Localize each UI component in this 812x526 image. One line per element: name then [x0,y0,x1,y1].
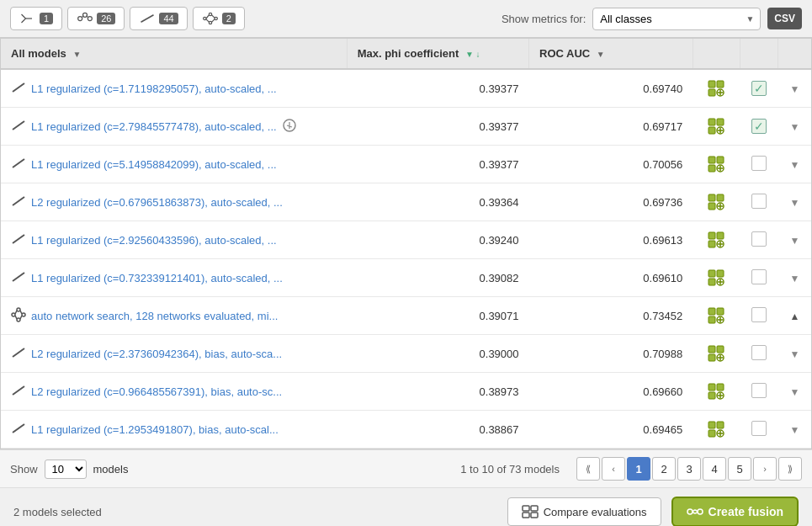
col-expand [778,39,811,69]
page-info: 1 to 10 of 73 models [460,463,560,476]
svg-rect-32 [717,157,724,163]
page-prev[interactable]: ‹ [602,457,625,481]
grid-icon[interactable] [704,380,728,403]
expand-cell: ▼ [778,146,811,183]
model-name-text[interactable]: L1 regularized (c=2.79845577478), auto-s… [31,120,277,133]
expand-icon[interactable]: ▼ [790,159,800,171]
expand-cell: ▼ [778,411,811,449]
checkbox-unchecked[interactable] [751,383,767,398]
linear-count: 44 [159,13,178,24]
linear-model-icon [11,383,26,401]
expand-cell: ▼ [778,69,811,108]
checkbox-cell [740,411,778,449]
page-4[interactable]: 4 [703,457,726,481]
models-count: 1 [40,13,53,24]
grid-icon[interactable] [704,228,728,252]
checkbox-checked[interactable]: ✓ [751,119,767,134]
page-first[interactable]: ⟪ [576,457,600,481]
grid-icon[interactable] [704,342,728,365]
checkbox-unchecked[interactable] [751,345,767,360]
model-name-text[interactable]: L1 regularized (c=1.71198295057), auto-s… [31,82,277,95]
svg-rect-16 [709,81,715,88]
model-name-text[interactable]: L1 regularized (c=2.92560433596), auto-s… [31,234,277,247]
page-last[interactable]: ⟫ [778,457,802,481]
grid-icon[interactable] [704,152,728,176]
create-fusion-button[interactable]: Create fusion [671,497,799,526]
linear-model-icon [11,156,26,173]
grid-icon[interactable] [704,304,728,327]
svg-rect-17 [717,81,724,88]
checkbox-unchecked[interactable] [751,194,767,209]
col-roc[interactable]: ROC AUC ▼ [529,39,693,69]
page-5[interactable]: 5 [728,457,751,481]
model-name-text[interactable]: L1 regularized (c=1.2953491807), bias, a… [31,423,279,436]
linear-model-icon [11,118,26,135]
svg-line-6 [141,15,154,22]
col-phi[interactable]: Max. phi coefficient ▼ ↓ [347,39,528,69]
roc-value: 0.69660 [529,373,693,411]
page-2[interactable]: 2 [652,457,676,481]
compare-button[interactable]: Compare evaluations [507,497,661,526]
model-name-text[interactable]: L2 regularized (c=0.679651863873), auto-… [31,196,283,209]
checkbox-checked[interactable]: ✓ [751,81,767,96]
phi-value: 0.39377 [347,146,528,183]
per-page-select[interactable]: 102050 [45,460,87,479]
network-button[interactable]: 2 [193,7,245,30]
grid-icon[interactable] [704,266,728,290]
expand-icon[interactable]: ▼ [790,197,800,209]
col-check [740,39,778,69]
ensemble-button[interactable]: 26 [67,7,125,30]
page-1[interactable]: 1 [627,457,650,481]
model-name-text[interactable]: auto network search, 128 networks evalua… [31,310,278,322]
svg-rect-88 [717,422,724,428]
grid-icon[interactable] [704,114,728,138]
collapse-icon[interactable]: ▲ [790,311,800,322]
grid-icon[interactable] [704,417,728,441]
expand-icon[interactable]: ▼ [790,121,800,133]
svg-point-9 [215,17,217,19]
table-row: L1 regularized (c=2.92560433596), auto-s… [1,221,811,259]
metrics-select[interactable]: All classes [592,8,761,30]
svg-rect-18 [709,89,715,96]
page-3[interactable]: 3 [677,457,701,481]
fusion-label: Create fusion [709,505,783,518]
linear-model-icon [11,80,26,98]
checkbox-unchecked[interactable] [751,269,767,284]
model-name-text[interactable]: L2 regularized (c=2.37360942364), bias, … [31,348,282,360]
toolbar: 1 26 44 2 Show metrics for: All classes … [0,0,812,38]
expand-icon[interactable]: ▼ [790,273,800,284]
expand-icon[interactable]: ▼ [790,348,800,360]
expand-icon[interactable]: ▼ [790,424,800,436]
model-name-cell: L1 regularized (c=1.71198295057), auto-s… [1,69,347,108]
svg-rect-33 [709,165,715,172]
svg-point-10 [209,21,211,24]
model-name-text[interactable]: L1 regularized (c=0.732339121401), auto-… [31,272,283,284]
checkbox-unchecked[interactable] [751,156,767,171]
linear-button[interactable]: 44 [130,7,187,30]
models-button[interactable]: 1 [10,7,62,30]
model-name-cell: auto network search, 128 networks evalua… [1,297,347,335]
model-name-text[interactable]: L1 regularized (c=5.14958842099), auto-s… [31,158,277,171]
svg-line-79 [13,386,24,395]
svg-point-1 [78,17,82,21]
grid-icon[interactable] [704,190,728,214]
page-next[interactable]: › [753,457,777,481]
model-name-cell: L2 regularized (c=0.966485567391), bias,… [1,373,347,411]
svg-line-51 [13,273,24,281]
models-label: models [93,463,129,476]
expand-icon[interactable]: ▼ [790,83,800,95]
grid-action-cell [693,335,740,373]
col-model[interactable]: All models ▼ [1,39,347,69]
models-table: All models ▼ Max. phi coefficient ▼ ↓ RO… [0,38,812,449]
checkbox-unchecked[interactable] [751,231,767,247]
model-name-text[interactable]: L2 regularized (c=0.966485567391), bias,… [31,385,282,398]
expand-cell: ▼ [778,373,811,411]
expand-icon[interactable]: ▼ [790,235,800,247]
grid-icon[interactable] [704,77,728,100]
csv-button[interactable]: CSV [767,8,802,29]
svg-line-63 [20,311,22,314]
expand-icon[interactable]: ▼ [790,386,800,398]
checkbox-unchecked[interactable] [751,307,767,322]
checkbox-unchecked[interactable] [751,421,767,436]
svg-rect-89 [709,430,715,437]
